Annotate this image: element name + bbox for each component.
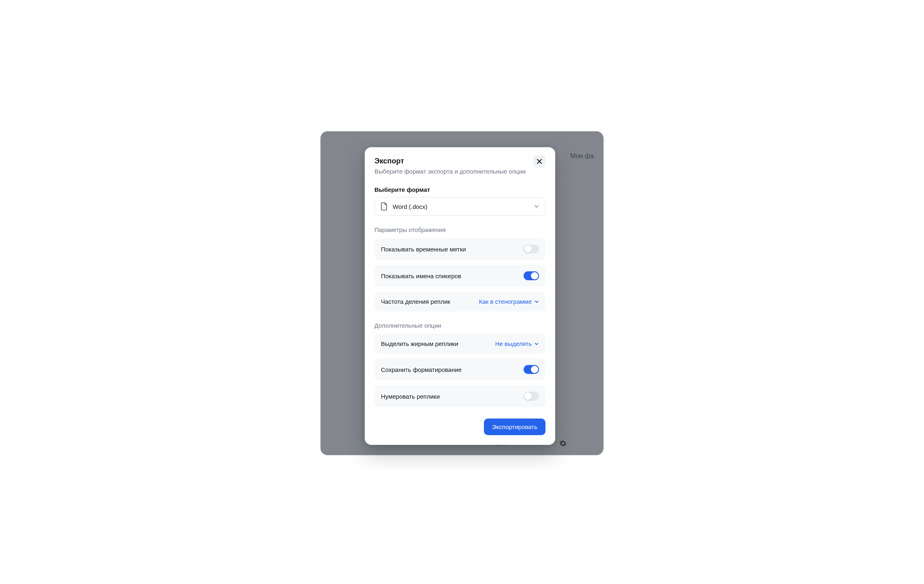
modal-title: Экспорт [374,157,526,165]
display-section-label: Параметры отображения [374,226,545,233]
option-timestamps: Показывать временные метки [374,238,545,260]
option-speakers: Показывать имена спикеров [374,265,545,287]
split-frequency-value: Как в стенограмме [479,298,532,305]
export-button[interactable]: Экспортировать [484,419,545,435]
format-value: Word (.docx) [393,203,428,210]
format-section-label: Выберите формат [374,186,545,193]
canvas-frame: Мои фа ТЕЙ ДЛЯ 13 минут икер 0 оступа [182,116,742,468]
chevron-down-icon [534,204,539,209]
option-split-frequency: Частота деления реплик Как в стенограмме [374,292,545,311]
bold-value: Не выделять [495,340,532,347]
bold-select[interactable]: Не выделять [495,340,539,347]
toggle-numbering[interactable] [524,392,539,401]
chevron-down-icon [534,299,539,304]
option-keep-formatting: Сохранить форматирование [374,359,545,380]
toggle-timestamps[interactable] [524,245,539,253]
option-bold-label: Выделить жирным реплики [381,340,458,347]
close-button[interactable] [533,155,545,167]
export-modal: Экспорт Выберите формат экспорта и допол… [365,147,555,445]
modal-subtitle: Выберите формат экспорта и дополнительны… [374,168,526,175]
export-button-label: Экспортировать [492,423,537,430]
toggle-speakers[interactable] [524,271,539,280]
option-bold: Выделить жирным реплики Не выделять [374,334,545,354]
option-speakers-label: Показывать имена спикеров [381,273,461,279]
nav-my-files-label: Мои фа [570,152,594,159]
split-frequency-select[interactable]: Как в стенограмме [479,298,539,305]
advanced-section-label: Дополнительные опции [374,322,545,329]
nav-my-files-link[interactable]: Мои фа [570,152,594,160]
option-numbering: Нумеровать реплики [374,385,545,407]
option-numbering-label: Нумеровать реплики [381,393,440,400]
chevron-down-icon [534,341,539,346]
file-icon [381,202,388,210]
close-icon [537,159,542,164]
option-split-label: Частота деления реплик [381,298,450,305]
option-keep-formatting-label: Сохранить форматирование [381,366,462,373]
format-select[interactable]: Word (.docx) [374,197,545,216]
settings-icon[interactable] [559,440,567,447]
option-timestamps-label: Показывать временные метки [381,246,466,253]
toggle-keep-formatting[interactable] [524,365,539,374]
